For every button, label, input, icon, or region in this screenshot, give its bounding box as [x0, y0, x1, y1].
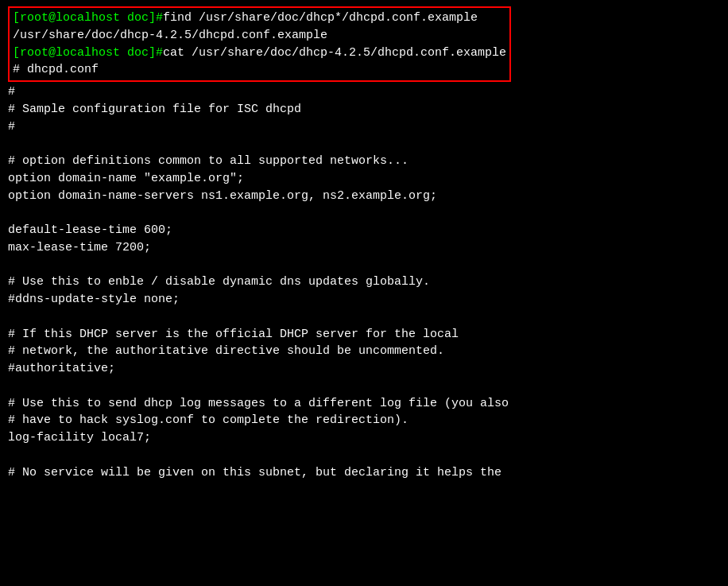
prompt-2: [root@localhost doc]#: [13, 46, 163, 60]
line-default-lease-time: default-lease-time 600;: [8, 222, 720, 239]
line-hash-1: #: [8, 83, 720, 101]
terminal-window: [root@localhost doc]#find /usr/share/doc…: [0, 0, 728, 586]
line-find-command: [root@localhost doc]#find /usr/share/doc…: [13, 10, 506, 27]
line-dhcpd-comment: # dhcpd.conf: [13, 61, 506, 79]
dhcpd-comment-text: # dhcpd.conf: [13, 63, 99, 76]
line-authoritative: #authoritative;: [8, 360, 720, 378]
line-blank-3: [8, 257, 720, 274]
line-blank-1: [8, 135, 720, 153]
line-sample-config: # Sample configuration file for ISC dhcp…: [8, 101, 720, 118]
line-option-domain-name-servers: option domain-name-servers ns1.example.o…: [8, 188, 720, 205]
line-option-domain-name: option domain-name "example.org";: [8, 170, 720, 188]
line-option-defs-comment: # option definitions common to all suppo…: [8, 153, 720, 170]
line-log-comment-1: # Use this to send dhcp log messages to …: [8, 395, 720, 413]
line-blank-4: [8, 309, 720, 326]
line-hash-2: #: [8, 118, 720, 136]
line-blank-5: [8, 378, 720, 395]
line-ddns-update-style: #ddns-update-style none;: [8, 291, 720, 309]
line-authoritative-comment-1: # If this DHCP server is the official DH…: [8, 326, 720, 343]
cat-command: cat /usr/share/doc/dhcp-4.2.5/dhcpd.conf…: [163, 46, 506, 60]
line-blank-2: [8, 204, 720, 222]
prompt-1: [root@localhost doc]#: [13, 11, 163, 25]
line-blank-6: [8, 447, 720, 464]
line-find-result: /usr/share/doc/dhcp-4.2.5/dhcpd.conf.exa…: [13, 27, 506, 45]
line-log-comment-2: # have to hack syslog.conf to complete t…: [8, 412, 720, 429]
highlighted-section: [root@localhost doc]#find /usr/share/doc…: [8, 6, 511, 82]
line-ddns-comment: # Use this to enble / disable dynamic dn…: [8, 274, 720, 291]
line-log-facility: log-facility local7;: [8, 429, 720, 447]
line-max-lease-time: max-lease-time 7200;: [8, 239, 720, 257]
find-command: find /usr/share/doc/dhcp*/dhcpd.conf.exa…: [163, 11, 478, 25]
line-no-service-comment: # No service will be given on this subne…: [8, 464, 720, 482]
find-result: /usr/share/doc/dhcp-4.2.5/dhcpd.conf.exa…: [13, 29, 327, 42]
line-authoritative-comment-2: # network, the authoritative directive s…: [8, 343, 720, 360]
line-cat-command: [root@localhost doc]#cat /usr/share/doc/…: [13, 45, 506, 62]
